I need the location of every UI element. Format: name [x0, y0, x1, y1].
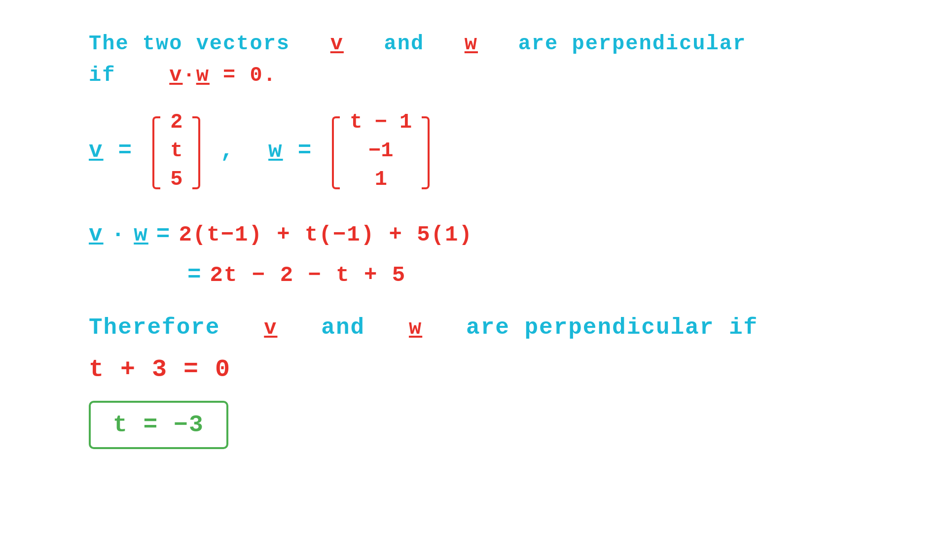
v-val-3: 5: [170, 167, 182, 192]
eq-sign-1: =: [156, 222, 171, 247]
left-bracket-w: [327, 116, 338, 185]
w-val-2: −1: [368, 139, 393, 163]
w-dot-label: w: [196, 64, 210, 87]
answer-expr: t = −3: [113, 412, 204, 438]
comma-sep: ,: [220, 138, 234, 164]
v-therefore: v: [264, 316, 277, 340]
v-vector-label: v: [89, 138, 104, 164]
right-bracket-v: [194, 116, 205, 185]
w-val-1: t − 1: [350, 110, 412, 135]
condition-line: t + 3 = 0: [89, 355, 854, 384]
equals-v: =: [118, 138, 133, 164]
therefore-word: Therefore: [89, 315, 220, 341]
condition-expr: t + 3 = 0: [89, 355, 231, 384]
page: The two vectors v and w are perpendicula…: [0, 0, 943, 560]
w-therefore: w: [409, 316, 422, 340]
v-val-2: t: [170, 139, 182, 163]
vectors-row: v = 2 t 5 , w = t − 1 −1 1: [89, 105, 854, 197]
dot-expr-2: 2t − 2 − t + 5: [210, 263, 406, 287]
therefore-section: Therefore v and w are perpendicular if: [89, 315, 854, 341]
equals-w: =: [298, 138, 313, 164]
w-var-1: w: [465, 32, 478, 56]
v-val-1: 2: [170, 110, 182, 135]
v-dot-label: v: [169, 64, 182, 87]
and-therefore: and: [321, 315, 365, 341]
w-matrix: t − 1 −1 1: [327, 105, 435, 197]
condition-text: v·w = 0.: [169, 64, 277, 87]
v-matrix: 2 t 5: [147, 105, 205, 197]
w-val-3: 1: [375, 167, 387, 192]
intro-line1: The two vectors v and w are perpendicula…: [89, 30, 854, 59]
are-perp-text: are perpendicular: [518, 32, 746, 56]
left-bracket-v: [147, 116, 158, 185]
v-matrix-values: 2 t 5: [160, 105, 192, 197]
if-keyword: if: [89, 64, 115, 87]
w-matrix-values: t − 1 −1 1: [340, 105, 422, 197]
intro-line2: if v·w = 0.: [89, 61, 854, 90]
dot-op: ·: [111, 222, 126, 247]
w-vector-label: w: [268, 138, 283, 164]
v-var-1: v: [330, 32, 344, 56]
dot-expr-1: 2(t−1) + t(−1) + 5(1): [179, 222, 473, 247]
eq-sign-2: =: [187, 262, 202, 288]
answer-box: t = −3: [89, 401, 228, 449]
v-dot-v: v: [89, 222, 104, 247]
dot-product-section: v · w = 2(t−1) + t(−1) + 5(1) = 2t − 2 −…: [89, 222, 854, 288]
simplify-line: = 2t − 2 − t + 5: [187, 262, 854, 288]
w-dot-w: w: [134, 222, 148, 247]
and-text-1: and: [384, 32, 425, 56]
dot-eq-line1: v · w = 2(t−1) + t(−1) + 5(1): [89, 222, 854, 247]
perp-if-text: are perpendicular if: [466, 315, 758, 341]
right-bracket-w: [424, 116, 435, 185]
therefore-text: Therefore v and w are perpendicular if: [89, 315, 758, 341]
header-text1: The two vectors: [89, 32, 290, 56]
intro-text: The two vectors v and w are perpendicula…: [89, 32, 746, 56]
if-text: if v·w = 0.: [89, 64, 277, 87]
